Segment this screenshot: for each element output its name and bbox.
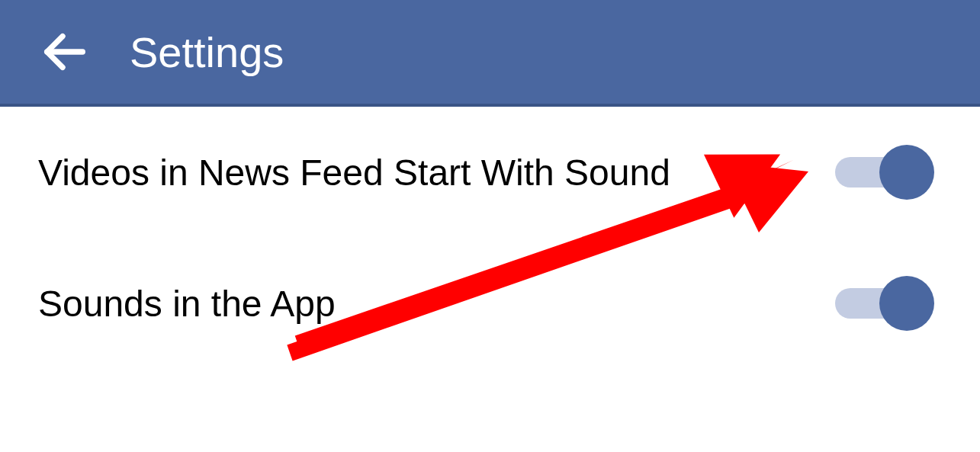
setting-label: Sounds in the App [38, 283, 336, 325]
toggle-thumb [879, 276, 934, 331]
settings-list: Videos in News Feed Start With Sound Sou… [0, 107, 980, 369]
toggle-video-sound[interactable] [835, 145, 934, 200]
back-arrow-icon [38, 25, 92, 79]
app-header: Settings [0, 0, 980, 107]
setting-item-video-sound[interactable]: Videos in News Feed Start With Sound [0, 107, 980, 238]
toggle-app-sounds[interactable] [835, 276, 934, 331]
back-button[interactable] [38, 25, 92, 79]
setting-label: Videos in News Feed Start With Sound [38, 152, 670, 194]
setting-item-app-sounds[interactable]: Sounds in the App [0, 238, 980, 369]
toggle-thumb [879, 145, 934, 200]
page-title: Settings [130, 27, 284, 77]
